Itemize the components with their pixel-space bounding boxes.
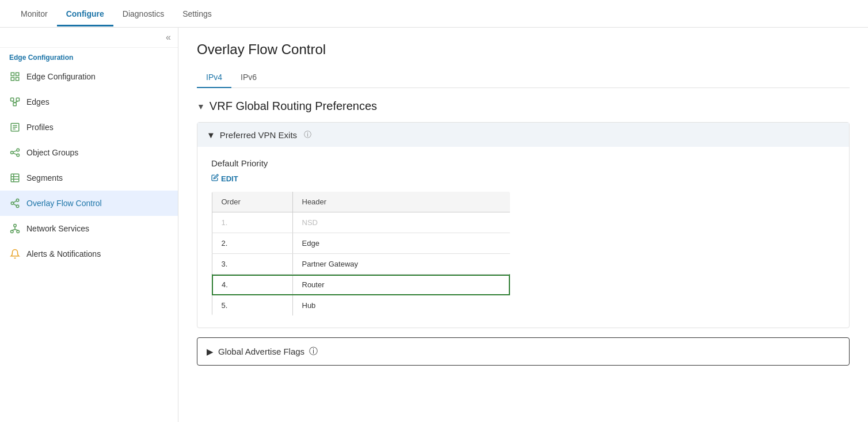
table-row: 4.Router (212, 275, 510, 295)
sidebar-item-profiles[interactable]: Profiles (0, 115, 178, 140)
table-row: 1.NSD (212, 212, 510, 233)
sidebar-item-edges[interactable]: Edges (0, 89, 178, 115)
svg-point-24 (16, 205, 19, 208)
flags-info-icon: ⓘ (309, 346, 318, 357)
svg-line-32 (15, 230, 18, 231)
flags-chevron-icon: ▶ (207, 347, 214, 357)
table-cell-order: 4. (212, 275, 292, 295)
svg-rect-0 (11, 73, 14, 75)
sidebar-item-label: Segments (26, 173, 63, 183)
content-area: Overlay Flow Control IPv4 IPv6 ▼ VRF Glo… (178, 28, 868, 422)
preferred-vpn-body: Default Priority EDIT Order Header (197, 147, 849, 328)
page-title: Overlay Flow Control (197, 41, 850, 58)
edge-config-icon (9, 71, 21, 82)
vrf-chevron-icon: ▼ (197, 102, 205, 111)
svg-rect-4 (11, 98, 14, 101)
svg-rect-5 (16, 98, 19, 101)
pencil-icon (211, 174, 219, 183)
sidebar-item-label: Object Groups (26, 148, 78, 157)
svg-point-28 (11, 230, 14, 233)
sidebar-item-label: Profiles (26, 123, 54, 132)
svg-line-26 (13, 201, 16, 203)
table-cell-order: 5. (212, 295, 292, 316)
svg-point-13 (11, 151, 14, 154)
nav-configure[interactable]: Configure (57, 1, 113, 26)
svg-point-29 (17, 230, 20, 233)
svg-rect-2 (11, 78, 14, 81)
preferred-vpn-header[interactable]: ▼ Preferred VPN Exits ⓘ (197, 123, 849, 147)
svg-point-22 (16, 199, 19, 202)
profiles-icon (9, 121, 21, 133)
sidebar-item-object-groups[interactable]: Object Groups (0, 140, 178, 165)
sidebar-collapse-button[interactable]: « (166, 32, 171, 43)
vrf-title: VRF Global Routing Preferences (210, 100, 377, 113)
svg-point-14 (17, 149, 20, 151)
segments-icon (9, 172, 21, 184)
svg-line-16 (13, 151, 17, 152)
col-header: Header (292, 192, 510, 212)
vrf-section-header[interactable]: ▼ VRF Global Routing Preferences (197, 100, 850, 113)
object-groups-icon (9, 147, 21, 158)
table-cell-order: 2. (212, 233, 292, 254)
nav-settings[interactable]: Settings (173, 1, 221, 26)
tab-ipv6[interactable]: IPv6 (231, 67, 266, 88)
sidebar-item-segments[interactable]: Segments (0, 165, 178, 191)
svg-point-15 (17, 154, 20, 157)
sidebar-item-label: Overlay Flow Control (26, 199, 102, 208)
priority-table: Order Header 1.NSD2.Edge3.Partner Gatewa… (211, 191, 511, 316)
global-advertise-flags-label: Global Advertise Flags (218, 347, 304, 356)
sidebar-item-label: Edge Configuration (26, 72, 96, 81)
svg-point-27 (14, 225, 17, 227)
table-row: 5.Hub (212, 295, 510, 316)
sidebar: « Edge Configuration Edge Configuration … (0, 28, 178, 422)
sidebar-item-network-services[interactable]: Network Services (0, 216, 178, 241)
sidebar-item-label: Network Services (26, 224, 89, 233)
svg-rect-3 (16, 78, 19, 81)
network-services-icon (9, 223, 21, 234)
nav-monitor[interactable]: Monitor (12, 1, 57, 26)
preferred-vpn-section: ▼ Preferred VPN Exits ⓘ Default Priority… (197, 122, 850, 328)
preferred-vpn-label: Preferred VPN Exits (220, 130, 297, 140)
overlay-flow-control-icon (9, 197, 21, 209)
col-order: Order (212, 192, 292, 212)
preferred-vpn-chevron-icon: ▼ (207, 130, 215, 140)
svg-rect-18 (11, 174, 19, 182)
edges-icon (9, 96, 21, 108)
svg-line-31 (12, 230, 15, 231)
alerts-icon (9, 248, 21, 260)
svg-rect-6 (13, 103, 16, 106)
table-cell-header: Partner Gateway (292, 254, 510, 275)
sidebar-item-overlay-flow-control[interactable]: Overlay Flow Control (0, 191, 178, 216)
table-cell-header: Edge (292, 233, 510, 254)
table-row: 2.Edge (212, 233, 510, 254)
table-cell-header: NSD (292, 212, 510, 233)
edit-label: EDIT (221, 174, 238, 183)
global-advertise-flags-section: ▶ Global Advertise Flags ⓘ (197, 337, 850, 366)
sidebar-section-label: Edge Configuration (0, 48, 178, 64)
table-cell-header: Hub (292, 295, 510, 316)
sidebar-item-label: Alerts & Notifications (26, 249, 101, 258)
tab-bar: IPv4 IPv6 (197, 67, 850, 88)
sidebar-item-edge-configuration[interactable]: Edge Configuration (0, 64, 178, 89)
table-cell-header: Router (292, 275, 510, 295)
preferred-vpn-info-icon: ⓘ (304, 130, 311, 140)
svg-line-17 (13, 153, 17, 154)
top-nav: Monitor Configure Diagnostics Settings (0, 0, 868, 28)
sidebar-item-label: Edges (26, 97, 50, 107)
sidebar-item-alerts-notifications[interactable]: Alerts & Notifications (0, 241, 178, 267)
table-cell-order: 3. (212, 254, 292, 275)
tab-ipv4[interactable]: IPv4 (197, 67, 231, 88)
default-priority-label: Default Priority (211, 158, 835, 168)
svg-line-25 (13, 204, 16, 206)
svg-rect-1 (16, 73, 19, 75)
edit-button[interactable]: EDIT (211, 174, 835, 183)
nav-diagnostics[interactable]: Diagnostics (113, 1, 173, 26)
table-cell-order: 1. (212, 212, 292, 233)
svg-point-23 (11, 202, 14, 205)
table-row: 3.Partner Gateway (212, 254, 510, 275)
global-advertise-flags-header[interactable]: ▶ Global Advertise Flags ⓘ (197, 338, 849, 365)
